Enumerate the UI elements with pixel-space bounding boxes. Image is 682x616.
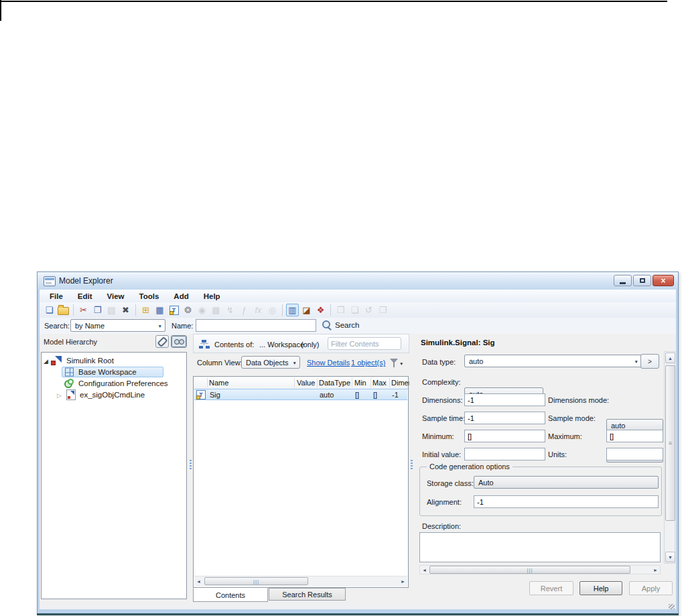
menu-tools[interactable]: Tools: [132, 292, 167, 301]
left-splitter[interactable]: [188, 334, 193, 603]
scrollbar-down-icon[interactable]: ▼: [665, 552, 675, 562]
hierarchy-tree: Simulink Root Base Workspace Configurati…: [41, 352, 187, 599]
add-matlab-variable-icon[interactable]: ⊞: [139, 304, 152, 316]
data-type-label: Data type:: [422, 358, 456, 366]
apply-button[interactable]: Apply: [629, 581, 673, 595]
add-matlab-function-icon: fx: [252, 304, 265, 316]
copy-icon[interactable]: ❐: [91, 304, 104, 316]
objects-count-link[interactable]: 1 object(s): [351, 359, 385, 367]
storage-class-combo[interactable]: Auto: [474, 476, 659, 489]
table-hscrollbar[interactable]: ◄ ||| ►: [194, 576, 407, 587]
show-data-nodes-button[interactable]: [171, 335, 187, 348]
expanded-arrow-icon[interactable]: [44, 357, 48, 365]
right-splitter[interactable]: [409, 334, 414, 603]
column-view-select[interactable]: Data Objects: [241, 356, 300, 369]
toolbar-icons: ❏✂❐▤✖⊞▦❂◉▦↯ƒfx◎▥◪❖❐❏↺❒: [40, 302, 676, 318]
data-type-value: auto: [469, 357, 483, 365]
col-min[interactable]: Min: [354, 379, 366, 387]
dialog-layout-icon[interactable]: ❖: [314, 304, 327, 316]
menu-edit[interactable]: Edit: [70, 292, 100, 301]
contents-of-label: Contents of:: [214, 341, 254, 349]
add-data-object-icon[interactable]: ▦: [153, 304, 166, 316]
tab-label: Contents: [216, 591, 245, 599]
alignment-label: Alignment:: [427, 498, 462, 506]
initial-value-input[interactable]: [464, 448, 545, 460]
menu-help[interactable]: Help: [196, 292, 228, 301]
menu-view[interactable]: View: [100, 292, 132, 301]
dialog-title: Simulink.Signal: Sig: [421, 338, 495, 347]
tree-item-label: Configuration Preferences: [78, 379, 168, 387]
dimensions-input[interactable]: [464, 393, 545, 406]
col-datatype[interactable]: DataType: [319, 379, 350, 387]
tree-item-configuration-preferences[interactable]: Configuration Preferences: [42, 377, 186, 389]
new-model-icon[interactable]: ❏: [43, 304, 56, 316]
minimize-button[interactable]: [614, 275, 632, 286]
close-icon: ×: [661, 276, 665, 286]
maximize-button[interactable]: [633, 275, 651, 286]
dialog-hscrollbar[interactable]: ◄ ||| ►: [419, 565, 661, 574]
alignment-input[interactable]: [474, 495, 659, 508]
cell-datatype: auto: [320, 391, 334, 399]
data-type-assistant-button[interactable]: >: [640, 354, 659, 369]
data-type-combo[interactable]: auto: [464, 355, 642, 367]
titlebar[interactable]: Model Explorer ×: [38, 272, 678, 290]
revert-button[interactable]: Revert: [529, 581, 573, 595]
maximum-input[interactable]: [606, 430, 663, 442]
window-bottom-edge: [37, 613, 679, 615]
units-input[interactable]: [606, 448, 663, 460]
menu-add[interactable]: Add: [166, 292, 196, 301]
column-view-toggle-icon[interactable]: ▥: [286, 304, 299, 316]
cell-min: []: [355, 391, 359, 399]
description-textarea[interactable]: [419, 532, 661, 562]
resize-grip-icon[interactable]: [669, 604, 675, 609]
sample-time-input[interactable]: [464, 412, 545, 424]
highlight-block-icon[interactable]: ◪: [300, 304, 313, 316]
filter-funnel-icon[interactable]: [390, 359, 398, 363]
col-max[interactable]: Max: [372, 379, 387, 387]
scrollbar-up-icon[interactable]: ▲: [665, 353, 675, 363]
search-name-input[interactable]: [196, 319, 316, 332]
toolbar-separator: [135, 304, 136, 316]
add-signal-icon[interactable]: [167, 304, 180, 316]
paste-icon: ▤: [105, 304, 118, 316]
vscrollbar-thumb[interactable]: ≡: [665, 365, 675, 521]
search-button[interactable]: Search: [321, 319, 359, 330]
tab-search-results[interactable]: Search Results: [269, 588, 346, 601]
table-row[interactable]: Sig auto [] [] -1: [194, 389, 407, 400]
search-label: Search:: [44, 322, 70, 330]
link-to-dialog-button[interactable]: [155, 335, 169, 348]
open-model-icon[interactable]: [57, 304, 70, 316]
app-window-icon: [44, 276, 56, 286]
contents-qualifier: (only): [301, 341, 320, 349]
tree-item-base-workspace[interactable]: Base Workspace: [42, 366, 186, 377]
button-label: Apply: [642, 584, 661, 593]
sample-mode-label: Sample mode:: [548, 414, 596, 422]
maximum-label: Maximum:: [548, 432, 582, 440]
tree-item-ex-sigobjcmdline[interactable]: ex_sigObjCmdLine: [42, 389, 186, 400]
configuration-gears-icon[interactable]: ❂: [182, 304, 194, 316]
collapsed-arrow-icon[interactable]: [57, 391, 62, 399]
tab-contents[interactable]: Contents: [193, 588, 268, 602]
toolbar-separator: [73, 304, 74, 316]
chevron-down-icon: [293, 358, 297, 366]
show-details-link[interactable]: Show Details: [307, 359, 350, 367]
minimum-label: Minimum:: [422, 432, 454, 440]
cut-icon[interactable]: ✂: [77, 304, 90, 316]
minimum-input[interactable]: [464, 430, 545, 442]
add-enumeration-icon: ◎: [266, 304, 279, 316]
undo-move-icon: ↺: [362, 304, 375, 316]
complexity-label: Complexity:: [422, 378, 460, 386]
delete-icon[interactable]: ✖: [119, 304, 132, 316]
menu-file[interactable]: File: [42, 292, 70, 301]
dialog-vscrollbar[interactable]: ▲ ≡ ▼: [664, 351, 675, 564]
chevron-down-icon[interactable]: [399, 361, 403, 366]
col-name[interactable]: Name: [209, 379, 228, 387]
close-button[interactable]: ×: [653, 275, 674, 286]
filter-contents-input[interactable]: [328, 337, 401, 350]
search-mode-select[interactable]: by Name: [70, 319, 165, 332]
tree-item-simulink-root[interactable]: Simulink Root: [42, 355, 186, 366]
hscrollbar-thumb[interactable]: |||: [204, 577, 308, 585]
crop-frame-left-line: [0, 0, 1, 21]
help-button[interactable]: Help: [579, 581, 622, 595]
col-value[interactable]: Value: [297, 379, 315, 387]
